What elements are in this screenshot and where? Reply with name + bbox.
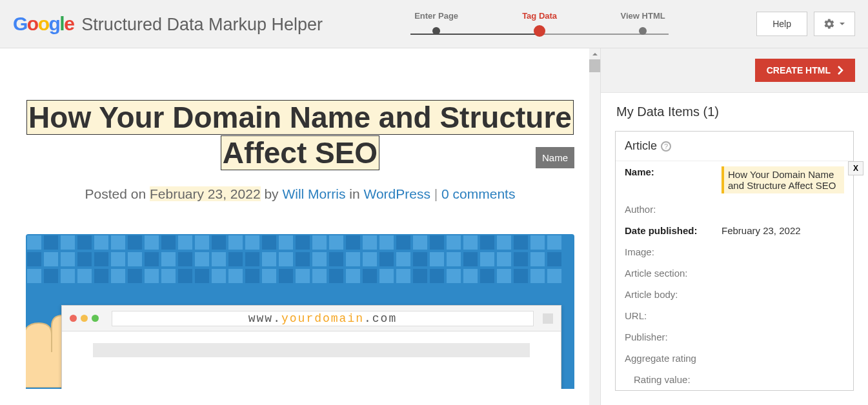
logo-block: Google Structured Data Markup Helper	[13, 13, 323, 35]
my-data-items-heading: My Data Items (1)	[601, 93, 868, 126]
field-publisher[interactable]: Publisher:	[616, 326, 853, 348]
gear-icon	[823, 18, 835, 30]
traffic-light-min-icon	[81, 315, 88, 322]
field-article-section[interactable]: Article section:	[616, 262, 853, 284]
card-title: Article	[625, 139, 657, 153]
step-dot-icon	[432, 27, 440, 35]
step-view-html[interactable]: View HTML	[611, 11, 675, 37]
url-prefix: www.	[248, 312, 281, 325]
meta-separator: |	[430, 186, 441, 201]
article-preview: How Your Domain Name and Structure Affec…	[0, 48, 600, 389]
field-aggregate-rating[interactable]: Aggregate rating	[616, 348, 853, 369]
scroll-up-icon[interactable]	[589, 48, 600, 59]
posted-on-prefix: Posted on	[85, 186, 150, 201]
field-name[interactable]: Name: How Your Domain Name and Structure…	[616, 161, 853, 199]
field-label: URL:	[625, 310, 722, 321]
field-url[interactable]: URL:	[616, 305, 853, 326]
field-label: Author:	[625, 204, 722, 215]
mock-url-bar: www.yourdomain.com	[112, 311, 534, 326]
category-link[interactable]: WordPress	[363, 186, 430, 201]
article-card: Article ? Name: How Your Domain Name and…	[615, 131, 854, 391]
placeholder-bar	[93, 343, 530, 357]
app-header: Google Structured Data Markup Helper Ent…	[0, 0, 868, 48]
scroll-thumb[interactable]	[589, 59, 600, 72]
step-enter-page[interactable]: Enter Page	[404, 11, 469, 37]
field-date-published[interactable]: Date published: February 23, 2022	[616, 220, 853, 241]
progress-stepper: Enter Page Tag Data View HTML	[323, 0, 756, 48]
google-logo: Google	[13, 13, 74, 35]
tag-tooltip: Name	[536, 147, 574, 168]
field-article-body[interactable]: Article body:	[616, 284, 853, 305]
title-highlight-line1: How Your Domain Name and Structure	[27, 101, 573, 134]
comments-link[interactable]: 0 comments	[441, 186, 515, 201]
field-label: Publisher:	[625, 331, 722, 342]
url-domain: yourdomain	[281, 312, 364, 325]
author-link[interactable]: Will Morris	[282, 186, 345, 201]
field-label: Image:	[625, 246, 722, 257]
browser-body	[62, 331, 561, 374]
article-meta: Posted on February 23, 2022 by Will Morr…	[26, 186, 574, 202]
browser-chrome: www.yourdomain.com	[62, 306, 561, 331]
help-button[interactable]: Help	[756, 12, 807, 36]
create-html-label: CREATE HTML	[767, 65, 831, 75]
chevron-right-icon	[837, 66, 843, 75]
field-rating-value[interactable]: Rating value:	[616, 369, 853, 390]
article-title[interactable]: How Your Domain Name and Structure Affec…	[26, 100, 574, 171]
data-items-panel: CREATE HTML My Data Items (1) Article ? …	[600, 48, 868, 405]
browser-menu-icon	[543, 313, 553, 324]
field-value-wrapper: How Your Domain Name and Structure Affec…	[722, 166, 844, 193]
field-image[interactable]: Image:	[616, 241, 853, 262]
field-label: Name:	[625, 166, 722, 177]
step-tag-data[interactable]: Tag Data	[507, 11, 572, 37]
app-title: Structured Data Markup Helper	[81, 15, 323, 35]
step-dot-icon	[534, 25, 545, 37]
field-value-text: How Your Domain Name and Structure Affec…	[728, 169, 836, 191]
main-content: Name How Your Domain Name and Structure …	[0, 48, 868, 405]
field-value: February 23, 2022	[722, 225, 844, 236]
settings-button[interactable]	[814, 12, 855, 36]
traffic-light-max-icon	[92, 315, 99, 322]
help-icon[interactable]: ?	[661, 141, 671, 152]
url-suffix: .com	[364, 312, 397, 325]
article-date[interactable]: February 23, 2022	[150, 186, 261, 201]
field-value-highlight: How Your Domain Name and Structure Affec…	[722, 166, 844, 193]
field-label: Article section:	[625, 268, 722, 279]
pixel-pattern	[26, 234, 574, 284]
hero-image[interactable]: www.yourdomain.com	[26, 234, 574, 389]
step-label: View HTML	[621, 11, 665, 21]
traffic-light-close-icon	[70, 315, 77, 322]
field-label: Article body:	[625, 289, 722, 300]
title-highlight-line2: Affect SEO	[221, 136, 379, 170]
card-header: Article ?	[616, 132, 853, 161]
field-author[interactable]: Author:	[616, 199, 853, 220]
page-preview-pane[interactable]: Name How Your Domain Name and Structure …	[0, 48, 600, 405]
step-label: Enter Page	[414, 11, 458, 21]
remove-field-button[interactable]: X	[848, 161, 863, 175]
create-html-button[interactable]: CREATE HTML	[755, 59, 855, 82]
field-label: Date published:	[625, 225, 722, 236]
by-text: by	[261, 186, 283, 201]
header-actions: Help	[756, 12, 855, 36]
chevron-down-icon	[839, 21, 845, 27]
field-label: Aggregate rating	[625, 353, 722, 364]
browser-mockup: www.yourdomain.com	[61, 305, 561, 389]
side-panel-actions: CREATE HTML	[601, 48, 868, 93]
step-label: Tag Data	[522, 11, 557, 21]
vertical-scrollbar[interactable]	[589, 48, 600, 405]
in-text: in	[345, 186, 363, 201]
step-dot-icon	[639, 27, 647, 35]
field-label: Rating value:	[634, 374, 731, 385]
field-list: Name: How Your Domain Name and Structure…	[616, 161, 853, 390]
